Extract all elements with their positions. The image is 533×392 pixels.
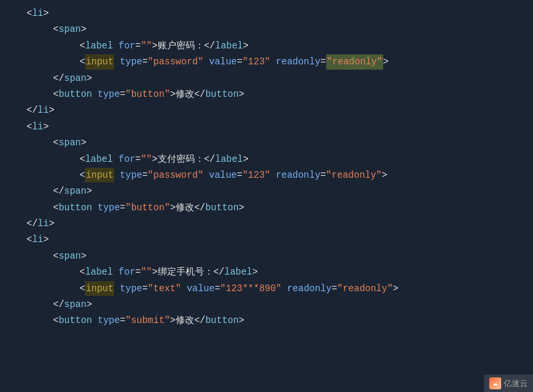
code-line-8: <li> [0, 119, 533, 135]
input-tag-2: input [85, 168, 114, 182]
code-line-10: <label for="">支付密码：</label> [0, 151, 533, 167]
bracket: < [53, 22, 58, 36]
code-line-11: <input type="password" value="123" reado… [0, 167, 533, 183]
code-line-7: </li> [0, 102, 533, 118]
code-line-18: <input type="text" value="123***890" rea… [0, 281, 533, 296]
code-line-14: </li> [0, 216, 533, 231]
code-line-5: </span> [0, 70, 533, 86]
code-line-4: <input type="password" value="123" reado… [0, 54, 533, 70]
code-line-3: <label for="">账户密码：</label> [0, 38, 533, 54]
code-line-15: <li> [0, 231, 533, 247]
code-line-13: <button type="button">修改</button> [0, 200, 533, 216]
tag-name: span [58, 22, 81, 36]
input-tag-1: input [85, 54, 114, 69]
watermark: ☁ 亿速云 [484, 375, 533, 392]
code-line-6: <button type="button">修改</button> [0, 86, 533, 102]
code-line-9: <span> [0, 135, 533, 151]
input-tag-3: input [85, 281, 114, 296]
code-line-17: <label for="">绑定手机号：</label> [0, 264, 533, 280]
tag-name: li [32, 6, 43, 21]
code-editor: <li> <span> <label for="">账户密码：</label> … [0, 0, 533, 392]
watermark-icon: ☁ [489, 377, 501, 389]
readonly-value-1: "readonly" [326, 54, 383, 69]
code-line-1: <li> [0, 5, 533, 21]
code-line-12: </span> [0, 183, 533, 199]
code-line-2: <span> [0, 21, 533, 37]
bracket: > [43, 6, 48, 21]
bracket: < [27, 6, 32, 21]
code-line-19: </span> [0, 296, 533, 312]
code-line-20: <button type="submit">修改</button> [0, 312, 533, 328]
bracket: > [81, 22, 86, 36]
code-line-16: <span> [0, 248, 533, 264]
watermark-text: 亿速云 [504, 378, 528, 389]
